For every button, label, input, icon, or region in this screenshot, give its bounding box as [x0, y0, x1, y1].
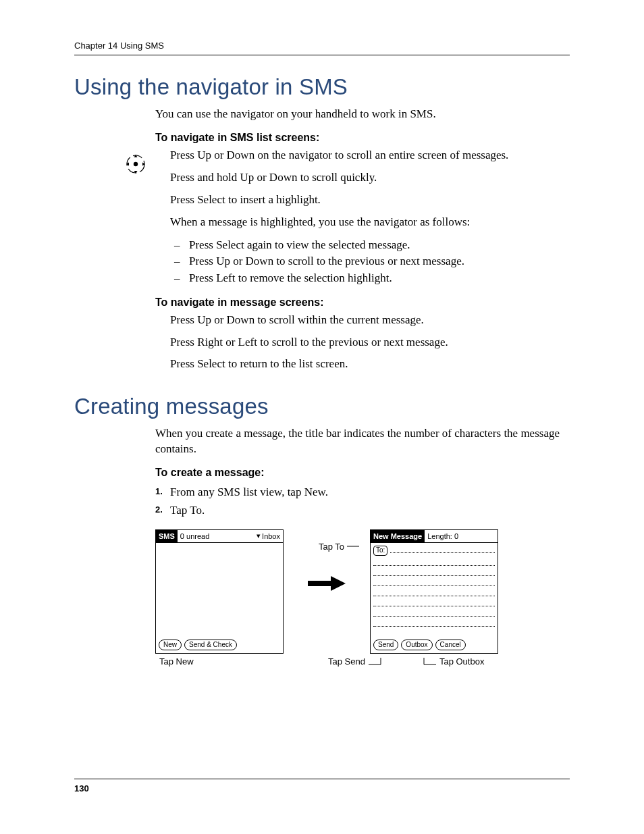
- unread-status: 0 unread: [178, 532, 257, 540]
- page-number: 130: [74, 779, 570, 793]
- paragraph: Press and hold Up or Down to scroll quic…: [170, 170, 570, 186]
- message-line[interactable]: [373, 589, 495, 596]
- to-button[interactable]: To:: [373, 546, 387, 556]
- intro-paragraph: You can use the navigator on your handhe…: [155, 107, 570, 122]
- caption-tap-outbox: Tap Outbox: [439, 656, 485, 667]
- message-line[interactable]: [373, 609, 495, 617]
- message-line[interactable]: [373, 579, 495, 586]
- subhead-create-message: To create a message:: [155, 467, 570, 479]
- paragraph: When a message is highlighted, you use t…: [170, 215, 570, 230]
- message-line[interactable]: [373, 558, 495, 566]
- section-title-navigator: Using the navigator in SMS: [74, 74, 570, 100]
- running-header: Chapter 14 Using SMS: [74, 41, 570, 55]
- pda-new-message: New Message Length: 0 To:: [370, 529, 498, 654]
- callout-line-icon: [347, 543, 359, 550]
- send-check-button[interactable]: Send & Check: [184, 640, 237, 650]
- svg-marker-8: [331, 576, 346, 591]
- svg-rect-7: [308, 581, 331, 586]
- arrow-right-icon: [308, 576, 346, 594]
- outbox-button[interactable]: Outbox: [401, 640, 432, 650]
- app-title: New Message: [371, 530, 425, 542]
- dropdown-triangle-icon: ▾: [257, 531, 261, 540]
- paragraph: Press Up or Down on the navigator to scr…: [170, 148, 570, 163]
- step: Tap To.: [155, 501, 570, 519]
- caption-tap-new: Tap New: [159, 656, 284, 667]
- navigator-icon: [124, 153, 147, 178]
- section-title-creating: Creating messages: [74, 394, 570, 419]
- app-title: SMS: [156, 530, 178, 542]
- cancel-button[interactable]: Cancel: [435, 640, 466, 650]
- paragraph: Press Right or Left to scroll to the pre…: [170, 335, 570, 350]
- caption-tap-send: Tap Send: [328, 656, 365, 667]
- subhead-message-screens: To navigate in message screens:: [155, 296, 570, 309]
- bullet: Press Left to remove the selection highl…: [170, 270, 570, 287]
- figure: SMS 0 unread ▾ Inbox New Send & Check Ta…: [155, 529, 570, 667]
- callout-line-icon: [423, 656, 437, 666]
- callout-line-icon: [367, 656, 382, 666]
- paragraph: Press Select to return to the list scree…: [170, 357, 570, 372]
- pda-sms-list: SMS 0 unread ▾ Inbox New Send & Check: [155, 529, 284, 654]
- new-button[interactable]: New: [159, 640, 182, 650]
- step: From any SMS list view, tap New.: [155, 483, 570, 501]
- bullet: Press Select again to view the selected …: [170, 237, 570, 254]
- paragraph: Press Up or Down to scroll within the cu…: [170, 313, 570, 328]
- folder-label: Inbox: [262, 532, 280, 540]
- bullet: Press Up or Down to scroll to the previo…: [170, 253, 570, 270]
- paragraph: Press Select to insert a highlight.: [170, 192, 570, 208]
- callout-tap-to: Tap To: [319, 542, 344, 552]
- send-button[interactable]: Send: [373, 640, 398, 650]
- to-field[interactable]: [390, 548, 495, 553]
- subhead-list-screens: To navigate in SMS list screens:: [155, 132, 570, 144]
- message-line[interactable]: [373, 569, 495, 576]
- message-line[interactable]: [373, 599, 495, 606]
- svg-point-1: [134, 162, 138, 166]
- intro-paragraph: When you create a message, the title bar…: [155, 426, 570, 457]
- length-label: Length: 0: [425, 532, 498, 540]
- message-line[interactable]: [373, 619, 495, 627]
